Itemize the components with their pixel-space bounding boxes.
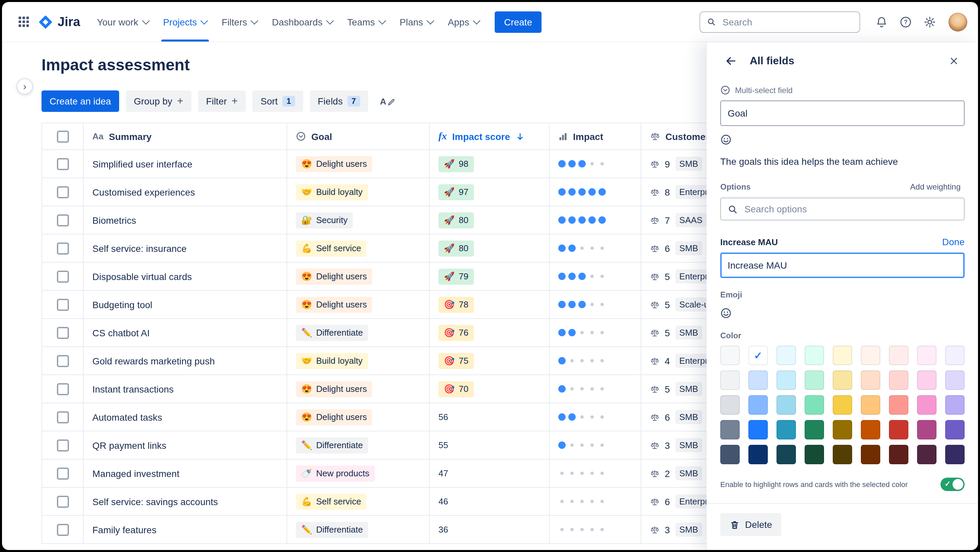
filter-button[interactable]: Filter+ <box>198 91 246 112</box>
search-input[interactable] <box>721 16 853 28</box>
color-swatch[interactable] <box>720 346 740 365</box>
rename-fields-button[interactable]: A <box>374 91 400 112</box>
column-header-impact[interactable]: Impact <box>550 123 641 150</box>
notifications-button[interactable] <box>871 11 892 32</box>
highlight-toggle[interactable]: ✓ <box>940 478 965 491</box>
color-swatch[interactable] <box>945 445 965 464</box>
goal-chip[interactable]: 🍼New products <box>296 465 374 481</box>
goal-chip[interactable]: ✏️Differentiate <box>296 522 368 538</box>
row-checkbox[interactable] <box>57 214 68 226</box>
goal-chip[interactable]: 😍Delight users <box>296 409 372 425</box>
nav-item-apps[interactable]: Apps <box>441 2 487 41</box>
color-swatch[interactable] <box>889 395 908 415</box>
nav-item-filters[interactable]: Filters <box>214 2 264 41</box>
color-swatch[interactable] <box>861 370 880 390</box>
color-swatch[interactable] <box>889 445 908 464</box>
nav-item-dashboards[interactable]: Dashboards <box>265 2 340 41</box>
color-swatch[interactable] <box>720 420 740 439</box>
goal-chip[interactable]: 😍Delight users <box>296 156 372 172</box>
option-name-input[interactable] <box>720 252 965 278</box>
color-swatch[interactable] <box>945 370 965 390</box>
close-button[interactable] <box>943 50 965 72</box>
row-checkbox[interactable] <box>57 158 68 170</box>
nav-item-projects[interactable]: Projects <box>156 2 214 41</box>
app-switcher-button[interactable] <box>13 11 34 32</box>
color-swatch[interactable] <box>805 395 824 415</box>
color-swatch[interactable] <box>833 445 852 464</box>
color-swatch[interactable] <box>889 346 908 365</box>
nav-item-plans[interactable]: Plans <box>392 2 441 41</box>
row-checkbox[interactable] <box>57 242 68 254</box>
help-button[interactable]: ? <box>895 11 916 32</box>
color-swatch[interactable] <box>861 445 880 464</box>
sort-button[interactable]: Sort 1 <box>253 91 303 112</box>
impact-rating[interactable] <box>550 291 641 319</box>
back-button[interactable] <box>720 50 742 72</box>
row-checkbox[interactable] <box>57 327 68 339</box>
goal-chip[interactable]: 😍Delight users <box>296 297 372 313</box>
table-row[interactable]: Automated tasks😍Delight users566SMB <box>42 403 775 431</box>
impact-rating[interactable] <box>550 403 641 431</box>
table-row[interactable]: CS chatbot AI✏️Differentiate🎯765SMB <box>42 319 775 347</box>
goal-chip[interactable]: 💪Self service <box>296 240 366 256</box>
color-swatch[interactable] <box>945 420 965 439</box>
impact-rating[interactable] <box>550 206 641 235</box>
table-row[interactable]: Customised experiences🤝Build loyalty🚀978… <box>42 178 775 206</box>
table-row[interactable]: Family features✏️Differentiate363SMB <box>42 516 775 544</box>
color-swatch[interactable] <box>917 395 937 415</box>
column-header-goal[interactable]: Goal <box>287 123 430 150</box>
column-header-impact-score[interactable]: fx Impact score <box>430 123 550 150</box>
table-row[interactable]: Self service: insurance💪Self service🚀806… <box>42 235 775 263</box>
color-swatch[interactable] <box>917 370 937 390</box>
nav-item-your-work[interactable]: Your work <box>90 2 156 41</box>
color-swatch[interactable] <box>748 420 768 439</box>
user-avatar[interactable] <box>948 13 967 31</box>
jira-logo[interactable]: Jira <box>38 14 80 29</box>
table-row[interactable]: QR payment links✏️Differentiate553SMB <box>42 431 775 459</box>
sidebar-expand-button[interactable] <box>17 78 33 94</box>
color-swatch[interactable] <box>889 370 908 390</box>
table-row[interactable]: Gold rewards marketing push🤝Build loyalt… <box>42 347 775 375</box>
row-checkbox[interactable] <box>57 523 68 536</box>
table-row[interactable]: Budgeting tool😍Delight users🎯785Scale-up… <box>42 291 775 319</box>
color-swatch[interactable] <box>833 370 852 390</box>
color-swatch[interactable] <box>861 420 880 439</box>
row-checkbox[interactable] <box>57 270 68 282</box>
color-swatch[interactable] <box>945 346 965 365</box>
options-search-input[interactable] <box>743 203 957 215</box>
impact-rating[interactable] <box>550 375 641 403</box>
color-swatch[interactable] <box>805 445 824 464</box>
color-swatch-selected[interactable]: ✓ <box>748 346 768 365</box>
table-row[interactable]: Self service: savings accounts💪Self serv… <box>42 488 775 516</box>
row-checkbox[interactable] <box>57 355 68 367</box>
color-swatch[interactable] <box>805 346 824 365</box>
add-weighting-button[interactable]: Add weighting <box>906 182 965 192</box>
table-row[interactable]: Biometrics🔐Security🚀807SAAS <box>42 206 775 235</box>
color-swatch[interactable] <box>748 370 768 390</box>
color-swatch[interactable] <box>805 420 824 439</box>
color-swatch[interactable] <box>861 346 880 365</box>
row-checkbox[interactable] <box>57 495 68 507</box>
table-row[interactable]: Disposable virtual cards😍Delight users🚀7… <box>42 263 775 291</box>
color-swatch[interactable] <box>776 395 796 415</box>
color-swatch[interactable] <box>833 420 852 439</box>
color-swatch[interactable] <box>776 370 796 390</box>
global-search[interactable] <box>700 11 860 32</box>
color-swatch[interactable] <box>889 420 908 439</box>
settings-button[interactable] <box>919 11 940 32</box>
impact-rating[interactable] <box>550 178 641 206</box>
goal-chip[interactable]: 😍Delight users <box>296 268 372 284</box>
column-header-summary[interactable]: Aa Summary <box>84 123 287 150</box>
color-swatch[interactable] <box>748 445 768 464</box>
color-swatch[interactable] <box>776 445 796 464</box>
color-swatch[interactable] <box>776 420 796 439</box>
impact-rating[interactable] <box>550 150 641 178</box>
color-swatch[interactable] <box>720 370 740 390</box>
table-row[interactable]: Simplified user interface😍Delight users🚀… <box>42 150 775 178</box>
color-swatch[interactable] <box>917 346 937 365</box>
color-swatch[interactable] <box>776 346 796 365</box>
table-row[interactable]: Managed investment🍼New products472SMB <box>42 459 775 488</box>
goal-chip[interactable]: 🤝Build loyalty <box>296 184 368 200</box>
goal-chip[interactable]: 💪Self service <box>296 493 366 509</box>
impact-rating[interactable] <box>550 319 641 347</box>
